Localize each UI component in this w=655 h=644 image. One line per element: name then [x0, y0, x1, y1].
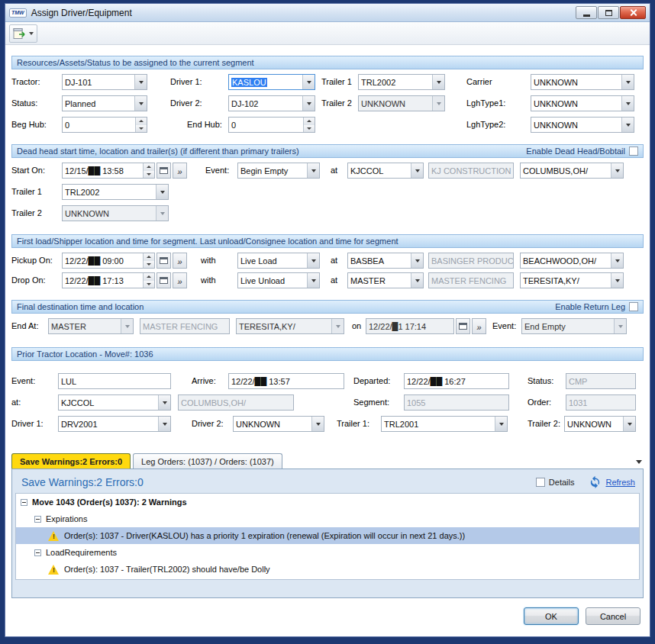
- deadhead-header-text: Dead head start time, location and trail…: [17, 147, 299, 156]
- chevron-down-icon[interactable]: [621, 75, 634, 89]
- chevron-down-icon[interactable]: [307, 163, 319, 178]
- tree-expirations-row[interactable]: Expirations: [16, 510, 639, 527]
- final-destination-section: End At: MASTER MASTER FENCING TERESITA,K…: [5, 314, 650, 338]
- calendar-button[interactable]: [156, 163, 171, 179]
- chevron-down-icon[interactable]: [302, 96, 315, 111]
- minimize-button[interactable]: [576, 6, 597, 19]
- driver2-label: Driver 2:: [170, 98, 202, 108]
- chevron-down-icon[interactable]: [432, 75, 444, 89]
- trailer2-combo: UNKNOWN: [358, 95, 445, 111]
- tab-strip: Save Warnings:2 Errors:0 Leg Orders: (10…: [11, 452, 644, 469]
- prior-location-combo[interactable]: KJCCOL: [58, 394, 171, 411]
- chevron-down-icon[interactable]: [158, 395, 170, 410]
- prior-driver2-combo[interactable]: UNKNOWN: [233, 416, 324, 432]
- lghtype2-combo[interactable]: UNKNOWN: [531, 117, 634, 133]
- spinner-icon[interactable]: [143, 253, 154, 268]
- prior-event-field[interactable]: LUL: [58, 373, 171, 389]
- chevron-down-icon[interactable]: [307, 253, 319, 268]
- tree-move-row[interactable]: Move 1043 (Order(s) 1037): 2 Warnings: [16, 494, 639, 510]
- chevron-down-icon[interactable]: [411, 273, 423, 288]
- drop-city-combo[interactable]: TERESITA,KY/: [520, 272, 624, 288]
- chevron-down-icon[interactable]: [134, 96, 147, 111]
- calendar-button[interactable]: [156, 253, 171, 269]
- carrier-combo[interactable]: UNKNOWN: [531, 74, 634, 90]
- pickup-event-combo[interactable]: Live Load: [237, 253, 320, 269]
- enable-deadhead-checkbox[interactable]: [629, 147, 638, 156]
- chevron-down-icon[interactable]: [623, 417, 635, 431]
- tree-loadreq-warning-row[interactable]: Order(s): 1037 - Trailer(TRL2002) should…: [16, 561, 639, 578]
- driver2-combo[interactable]: DJ-102: [228, 95, 315, 111]
- trailer1-combo[interactable]: TRL2002: [358, 74, 445, 90]
- prior-trailer2-combo[interactable]: UNKNOWN: [564, 416, 636, 432]
- status-combo[interactable]: Planned: [62, 95, 147, 111]
- beghub-stepper[interactable]: 0: [62, 117, 147, 133]
- calendar-button[interactable]: [156, 272, 171, 288]
- expand-datetime-button[interactable]: [173, 272, 187, 288]
- arrive-field[interactable]: 12/22/██ 13:57: [228, 373, 344, 389]
- calendar-button[interactable]: [456, 318, 470, 334]
- start-on-input[interactable]: 12/15/██ 13:58: [62, 163, 155, 179]
- chevron-down-icon[interactable]: [302, 75, 315, 89]
- pickup-location-combo[interactable]: BASBEA: [347, 253, 424, 269]
- spinner-icon[interactable]: [303, 118, 315, 132]
- collapse-icon[interactable]: [34, 516, 41, 523]
- chevron-down-icon[interactable]: [621, 96, 634, 111]
- spinner-icon[interactable]: [143, 273, 154, 288]
- chevron-down-icon[interactable]: [411, 253, 423, 268]
- chevron-down-icon[interactable]: [495, 417, 507, 431]
- chevron-down-icon[interactable]: [611, 253, 623, 268]
- lghtype1-combo[interactable]: UNKNOWN: [531, 95, 634, 111]
- drop-location-combo[interactable]: MASTER: [347, 272, 424, 288]
- chevron-down-icon[interactable]: [611, 273, 623, 288]
- dh-event-combo[interactable]: Begin Empty: [237, 163, 320, 179]
- chevron-down-icon[interactable]: [307, 273, 319, 288]
- dh-location-combo[interactable]: KJCCOL: [347, 163, 424, 179]
- chevron-down-icon[interactable]: [311, 417, 324, 431]
- prior-driver1-combo[interactable]: DRV2001: [58, 416, 171, 432]
- pickup-city-combo[interactable]: BEACHWOOD,OH/: [520, 253, 624, 269]
- details-checkbox[interactable]: [536, 478, 545, 487]
- driver1-combo[interactable]: KASLOU: [228, 74, 315, 90]
- open-report-button[interactable]: [9, 24, 37, 43]
- tab-leg-orders[interactable]: Leg Orders: (1037) / Orders: (1037): [133, 453, 282, 469]
- tab-overflow-icon[interactable]: [636, 460, 642, 464]
- tractor-value: DJ-101: [63, 78, 134, 87]
- warnings-tree: Move 1043 (Order(s) 1037): 2 Warnings Ex…: [15, 493, 640, 580]
- spinner-icon[interactable]: [135, 118, 147, 132]
- tab-save-warnings[interactable]: Save Warnings:2 Errors:0: [11, 453, 131, 469]
- prior-city-field: COLUMBUS,OH/: [178, 394, 294, 411]
- dh-trailer1-combo[interactable]: TRL2002: [62, 184, 169, 200]
- double-chevron-icon: [177, 274, 182, 288]
- pickup-on-input[interactable]: 12/22/██ 09:00: [62, 253, 155, 269]
- chevron-down-icon[interactable]: [411, 163, 423, 178]
- collapse-icon[interactable]: [21, 499, 27, 506]
- tractor-combo[interactable]: DJ-101: [62, 74, 147, 90]
- chevron-down-icon[interactable]: [611, 163, 623, 178]
- chevron-down-icon[interactable]: [621, 118, 634, 132]
- chevron-down-icon[interactable]: [158, 417, 170, 431]
- refresh-icon[interactable]: [589, 475, 602, 488]
- beghub-value: 0: [63, 121, 135, 130]
- cancel-button[interactable]: Cancel: [586, 607, 640, 625]
- expand-datetime-button[interactable]: [173, 253, 187, 269]
- drop-on-input[interactable]: 12/22/██ 17:13: [62, 272, 155, 288]
- endhub-stepper[interactable]: 0: [228, 117, 315, 133]
- tree-expiration-warning-row[interactable]: Order(s): 1037 - Driver(KASLOU) has a pr…: [16, 527, 639, 544]
- refresh-link[interactable]: Refresh: [605, 478, 635, 487]
- tree-loadrequirements-row[interactable]: LoadRequirements: [16, 544, 639, 561]
- close-button[interactable]: [620, 6, 646, 19]
- chevron-down-icon[interactable]: [156, 185, 168, 199]
- enable-return-leg-checkbox[interactable]: [629, 302, 638, 311]
- ok-button[interactable]: OK: [524, 607, 579, 625]
- maximize-button[interactable]: [598, 6, 619, 19]
- collapse-icon[interactable]: [34, 549, 41, 556]
- double-chevron-icon: [476, 320, 481, 333]
- expand-datetime-button[interactable]: [472, 318, 486, 334]
- drop-event-combo[interactable]: Live Unload: [237, 272, 320, 288]
- departed-field[interactable]: 12/22/██ 16:27: [404, 373, 509, 389]
- expand-datetime-button[interactable]: [173, 163, 187, 179]
- dh-city-combo[interactable]: COLUMBUS,OH/: [520, 163, 624, 179]
- spinner-icon[interactable]: [143, 163, 154, 178]
- chevron-down-icon[interactable]: [134, 75, 147, 89]
- prior-trailer1-combo[interactable]: TRL2001: [381, 416, 508, 432]
